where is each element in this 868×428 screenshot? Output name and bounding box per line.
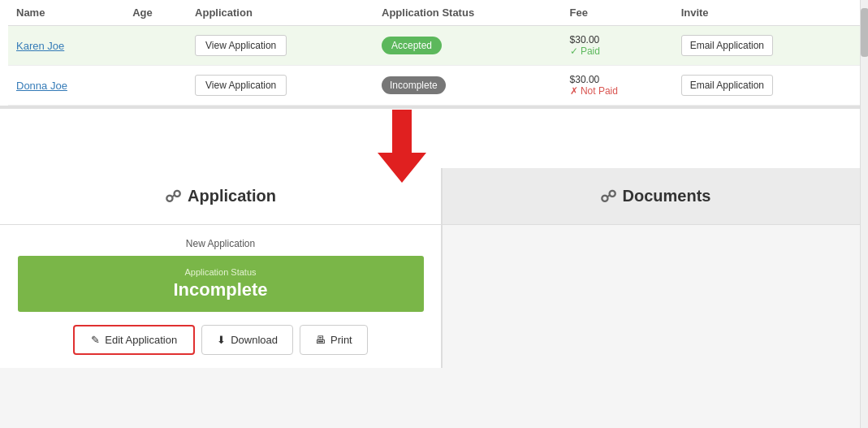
status-card-value: Incomplete <box>34 279 408 300</box>
action-buttons: ✎ Edit Application ⬇ Download 🖶 Print <box>73 325 367 355</box>
status-badge-accepted: Accepted <box>382 37 442 54</box>
scrollbar-thumb[interactable] <box>861 8 868 57</box>
tab-application-label: Application <box>188 187 276 205</box>
print-button[interactable]: 🖶 Print <box>300 325 368 355</box>
col-invite: Invite <box>673 0 860 26</box>
email-application-button-2[interactable]: Email Application <box>681 75 773 96</box>
tab-application[interactable]: ☍ Application <box>0 168 443 224</box>
col-name: Name <box>8 0 124 26</box>
new-application-label: New Application <box>186 238 255 249</box>
application-tab-icon: ☍ <box>165 187 181 206</box>
status-card: Application Status Incomplete <box>18 256 424 312</box>
print-label: Print <box>330 334 352 346</box>
edit-application-button[interactable]: ✎ Edit Application <box>73 325 195 355</box>
scrollbar[interactable] <box>860 0 868 428</box>
name-donna-joe[interactable]: Donna Joe <box>16 80 67 92</box>
edit-icon: ✎ <box>91 334 100 346</box>
fee-status-notpaid: ✗ Not Paid <box>570 85 665 97</box>
status-card-label: Application Status <box>34 267 408 277</box>
tab-documents-label: Documents <box>623 187 711 205</box>
age-cell-2 <box>124 66 187 106</box>
col-fee: Fee <box>562 0 673 26</box>
col-application: Application <box>187 0 374 26</box>
email-application-button-1[interactable]: Email Application <box>681 35 773 56</box>
name-karen-joe[interactable]: Karen Joe <box>16 40 64 52</box>
download-icon: ⬇ <box>217 334 226 346</box>
print-icon: 🖶 <box>315 334 326 346</box>
table-row: Karen Joe View Application Accepted $30.… <box>8 26 860 66</box>
edit-application-label: Edit Application <box>105 334 177 346</box>
download-button[interactable]: ⬇ Download <box>201 325 293 355</box>
documents-tab-icon: ☍ <box>600 187 616 206</box>
age-cell-1 <box>124 26 187 66</box>
fee-amount-2: $30.00 <box>570 74 665 85</box>
fee-status-paid: ✓ Paid <box>570 45 665 57</box>
view-application-button-1[interactable]: View Application <box>195 35 287 56</box>
tab-documents[interactable]: ☍ Documents <box>443 168 868 224</box>
table-row: Donna Joe View Application Incomplete $3… <box>8 66 860 106</box>
fee-amount-1: $30.00 <box>570 34 665 45</box>
status-badge-incomplete: Incomplete <box>382 76 446 94</box>
col-status: Application Status <box>374 0 562 26</box>
col-age: Age <box>124 0 187 26</box>
download-label: Download <box>231 334 278 346</box>
view-application-button-2[interactable]: View Application <box>195 75 287 96</box>
svg-rect-0 <box>392 110 412 154</box>
